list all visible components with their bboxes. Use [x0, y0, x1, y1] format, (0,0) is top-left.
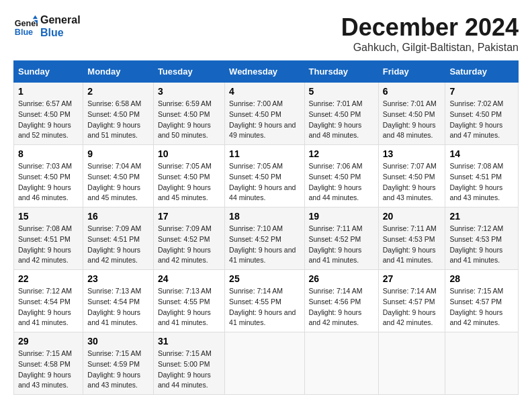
calendar-cell: 19Sunrise: 7:11 AMSunset: 4:52 PMDayligh… — [304, 208, 378, 270]
day-info: Sunrise: 7:15 AMSunset: 4:57 PMDaylight:… — [449, 286, 514, 328]
day-info: Sunrise: 7:12 AMSunset: 4:53 PMDaylight:… — [449, 224, 514, 266]
calendar-cell: 12Sunrise: 7:06 AMSunset: 4:50 PMDayligh… — [304, 145, 378, 208]
weekday-header-monday: Monday — [83, 61, 154, 83]
logo-icon: General Blue — [13, 14, 38, 38]
day-info: Sunrise: 7:05 AMSunset: 4:50 PMDaylight:… — [229, 161, 300, 203]
day-info: Sunrise: 7:13 AMSunset: 4:55 PMDaylight:… — [158, 286, 220, 328]
day-number: 20 — [383, 211, 441, 222]
calendar-cell: 15Sunrise: 7:08 AMSunset: 4:51 PMDayligh… — [14, 208, 83, 270]
svg-text:Blue: Blue — [15, 28, 33, 37]
day-info: Sunrise: 7:09 AMSunset: 4:52 PMDaylight:… — [158, 224, 220, 266]
day-info: Sunrise: 7:14 AMSunset: 4:57 PMDaylight:… — [383, 286, 441, 328]
day-number: 19 — [309, 211, 374, 222]
calendar-cell: 17Sunrise: 7:09 AMSunset: 4:52 PMDayligh… — [153, 208, 224, 270]
day-number: 23 — [87, 273, 149, 284]
day-info: Sunrise: 7:01 AMSunset: 4:50 PMDaylight:… — [383, 99, 441, 141]
day-info: Sunrise: 7:03 AMSunset: 4:50 PMDaylight:… — [18, 161, 79, 203]
day-number: 12 — [309, 148, 374, 159]
calendar-cell: 26Sunrise: 7:14 AMSunset: 4:56 PMDayligh… — [304, 270, 378, 332]
calendar-cell: 22Sunrise: 7:12 AMSunset: 4:54 PMDayligh… — [14, 270, 83, 332]
week-row-4: 22Sunrise: 7:12 AMSunset: 4:54 PMDayligh… — [14, 270, 519, 332]
calendar-cell: 2Sunrise: 6:58 AMSunset: 4:50 PMDaylight… — [83, 83, 154, 145]
calendar-cell — [225, 332, 304, 395]
calendar-cell: 14Sunrise: 7:08 AMSunset: 4:51 PMDayligh… — [445, 145, 519, 208]
day-info: Sunrise: 7:12 AMSunset: 4:54 PMDaylight:… — [18, 286, 79, 328]
day-number: 15 — [18, 211, 79, 222]
day-info: Sunrise: 7:11 AMSunset: 4:53 PMDaylight:… — [383, 224, 441, 266]
week-row-1: 1Sunrise: 6:57 AMSunset: 4:50 PMDaylight… — [14, 83, 519, 145]
day-number: 6 — [383, 86, 441, 97]
day-number: 24 — [158, 273, 220, 284]
logo-line2: Blue — [40, 26, 81, 39]
day-info: Sunrise: 7:06 AMSunset: 4:50 PMDaylight:… — [309, 161, 374, 203]
weekday-header-wednesday: Wednesday — [225, 61, 304, 83]
calendar-table: SundayMondayTuesdayWednesdayThursdayFrid… — [13, 60, 519, 395]
week-row-2: 8Sunrise: 7:03 AMSunset: 4:50 PMDaylight… — [14, 145, 519, 208]
day-number: 10 — [158, 148, 220, 159]
calendar-cell — [378, 332, 445, 395]
day-info: Sunrise: 7:09 AMSunset: 4:51 PMDaylight:… — [87, 224, 149, 266]
day-number: 25 — [229, 273, 300, 284]
location-title: Gahkuch, Gilgit-Baltistan, Pakistan — [341, 42, 519, 54]
calendar-cell: 5Sunrise: 7:01 AMSunset: 4:50 PMDaylight… — [304, 83, 378, 145]
calendar-cell: 27Sunrise: 7:14 AMSunset: 4:57 PMDayligh… — [378, 270, 445, 332]
logo: General Blue General Blue — [13, 13, 81, 39]
calendar-cell: 7Sunrise: 7:02 AMSunset: 4:50 PMDaylight… — [445, 83, 519, 145]
day-info: Sunrise: 7:13 AMSunset: 4:54 PMDaylight:… — [87, 286, 149, 328]
calendar-cell: 6Sunrise: 7:01 AMSunset: 4:50 PMDaylight… — [378, 83, 445, 145]
calendar-cell: 4Sunrise: 7:00 AMSunset: 4:50 PMDaylight… — [225, 83, 304, 145]
day-number: 17 — [158, 211, 220, 222]
weekday-header-saturday: Saturday — [445, 61, 519, 83]
day-info: Sunrise: 7:01 AMSunset: 4:50 PMDaylight:… — [309, 99, 374, 141]
calendar-cell: 18Sunrise: 7:10 AMSunset: 4:52 PMDayligh… — [225, 208, 304, 270]
day-info: Sunrise: 7:15 AMSunset: 5:00 PMDaylight:… — [158, 349, 220, 391]
day-number: 28 — [449, 273, 514, 284]
svg-marker-2 — [33, 15, 38, 19]
calendar-cell: 28Sunrise: 7:15 AMSunset: 4:57 PMDayligh… — [445, 270, 519, 332]
header: General Blue General Blue December 2024 … — [13, 13, 519, 54]
calendar-cell: 20Sunrise: 7:11 AMSunset: 4:53 PMDayligh… — [378, 208, 445, 270]
calendar-cell: 30Sunrise: 7:15 AMSunset: 4:59 PMDayligh… — [83, 332, 154, 395]
weekday-header-sunday: Sunday — [14, 61, 83, 83]
day-number: 9 — [87, 148, 149, 159]
day-info: Sunrise: 7:07 AMSunset: 4:50 PMDaylight:… — [383, 161, 441, 203]
calendar-cell — [304, 332, 378, 395]
day-info: Sunrise: 7:00 AMSunset: 4:50 PMDaylight:… — [229, 99, 300, 141]
week-row-5: 29Sunrise: 7:15 AMSunset: 4:58 PMDayligh… — [14, 332, 519, 395]
calendar-cell: 21Sunrise: 7:12 AMSunset: 4:53 PMDayligh… — [445, 208, 519, 270]
day-info: Sunrise: 7:11 AMSunset: 4:52 PMDaylight:… — [309, 224, 374, 266]
day-number: 4 — [229, 86, 300, 97]
day-info: Sunrise: 7:05 AMSunset: 4:50 PMDaylight:… — [158, 161, 220, 203]
calendar-cell: 11Sunrise: 7:05 AMSunset: 4:50 PMDayligh… — [225, 145, 304, 208]
weekday-header-friday: Friday — [378, 61, 445, 83]
day-number: 22 — [18, 273, 79, 284]
calendar-cell: 13Sunrise: 7:07 AMSunset: 4:50 PMDayligh… — [378, 145, 445, 208]
day-number: 18 — [229, 211, 300, 222]
month-title: December 2024 — [341, 13, 519, 42]
week-row-3: 15Sunrise: 7:08 AMSunset: 4:51 PMDayligh… — [14, 208, 519, 270]
day-number: 27 — [383, 273, 441, 284]
day-number: 1 — [18, 86, 79, 97]
calendar-cell: 16Sunrise: 7:09 AMSunset: 4:51 PMDayligh… — [83, 208, 154, 270]
day-number: 7 — [449, 86, 514, 97]
day-number: 11 — [229, 148, 300, 159]
day-info: Sunrise: 7:10 AMSunset: 4:52 PMDaylight:… — [229, 224, 300, 266]
day-info: Sunrise: 7:02 AMSunset: 4:50 PMDaylight:… — [449, 99, 514, 141]
day-info: Sunrise: 7:04 AMSunset: 4:50 PMDaylight:… — [87, 161, 149, 203]
day-number: 3 — [158, 86, 220, 97]
logo-line1: General — [40, 13, 81, 26]
day-info: Sunrise: 6:59 AMSunset: 4:50 PMDaylight:… — [158, 99, 220, 141]
calendar-cell: 23Sunrise: 7:13 AMSunset: 4:54 PMDayligh… — [83, 270, 154, 332]
calendar-cell: 9Sunrise: 7:04 AMSunset: 4:50 PMDaylight… — [83, 145, 154, 208]
calendar-cell: 25Sunrise: 7:14 AMSunset: 4:55 PMDayligh… — [225, 270, 304, 332]
day-number: 26 — [309, 273, 374, 284]
day-info: Sunrise: 6:58 AMSunset: 4:50 PMDaylight:… — [87, 99, 149, 141]
calendar-cell: 10Sunrise: 7:05 AMSunset: 4:50 PMDayligh… — [153, 145, 224, 208]
day-number: 30 — [87, 336, 149, 347]
day-info: Sunrise: 7:14 AMSunset: 4:56 PMDaylight:… — [309, 286, 374, 328]
calendar-cell: 8Sunrise: 7:03 AMSunset: 4:50 PMDaylight… — [14, 145, 83, 208]
day-info: Sunrise: 7:15 AMSunset: 4:59 PMDaylight:… — [87, 349, 149, 391]
calendar-cell: 29Sunrise: 7:15 AMSunset: 4:58 PMDayligh… — [14, 332, 83, 395]
title-block: December 2024 Gahkuch, Gilgit-Baltistan,… — [341, 13, 519, 54]
calendar-cell: 3Sunrise: 6:59 AMSunset: 4:50 PMDaylight… — [153, 83, 224, 145]
